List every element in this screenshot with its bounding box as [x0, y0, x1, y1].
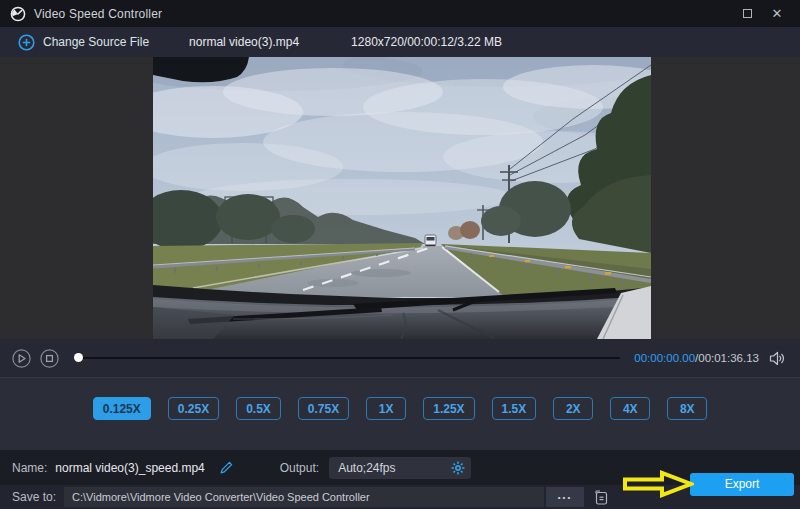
maximize-button[interactable]: [732, 2, 762, 26]
folder-icon: [592, 488, 610, 506]
output-settings-button[interactable]: [451, 461, 465, 475]
output-format-value: Auto;24fps: [338, 461, 451, 475]
stop-button[interactable]: [40, 349, 59, 368]
source-filename: normal video(3).mp4: [189, 35, 299, 49]
speed-button-025x[interactable]: 0.25X: [168, 397, 219, 420]
footer: Name: normal video(3)_speed.mp4 Output: …: [0, 450, 800, 509]
maximize-icon: [743, 9, 752, 18]
seek-knob[interactable]: [74, 353, 83, 362]
preview-area: [0, 57, 800, 339]
add-icon: [18, 34, 35, 51]
seek-track[interactable]: [76, 357, 620, 359]
speaker-icon: [771, 352, 778, 364]
open-folder-button[interactable]: [592, 488, 610, 506]
window-title: Video Speed Controller: [34, 7, 162, 21]
speed-button-2x[interactable]: 2X: [553, 397, 593, 420]
app-logo-icon: [10, 6, 26, 22]
output-label: Output:: [280, 461, 319, 475]
gear-icon: [452, 461, 465, 474]
output-format-field[interactable]: Auto;24fps: [329, 457, 471, 479]
browse-folder-button[interactable]: •••: [546, 487, 584, 507]
name-label: Name:: [12, 461, 47, 475]
close-button[interactable]: ✕: [762, 2, 792, 26]
speed-options-row: 0.125X 0.25X 0.5X 0.75X 1X 1.25X 1.5X 2X…: [0, 377, 800, 450]
video-frame: [153, 57, 651, 339]
title-bar: Video Speed Controller ✕: [0, 0, 800, 27]
speed-button-8x[interactable]: 8X: [667, 397, 707, 420]
volume-button[interactable]: [769, 351, 786, 366]
speed-button-125x[interactable]: 1.25X: [423, 397, 474, 420]
seek-slider[interactable]: [76, 353, 620, 363]
save-path-field[interactable]: C:\Vidmore\Vidmore Video Converter\Video…: [64, 487, 544, 507]
speed-button-1x[interactable]: 1X: [366, 397, 406, 420]
speed-button-0125x[interactable]: 0.125X: [93, 397, 151, 420]
distant-vehicle: [425, 235, 436, 246]
stop-icon: [47, 355, 53, 361]
total-time: /00:01:36.13: [695, 352, 759, 364]
pencil-icon: [221, 462, 231, 472]
export-area: Export: [622, 470, 794, 498]
output-name-value: normal video(3)_speed.mp4: [55, 461, 204, 475]
player-controls: 00:00:00.00/00:01:36.13: [0, 339, 800, 377]
play-button[interactable]: [12, 349, 31, 368]
speed-button-05x[interactable]: 0.5X: [236, 397, 281, 420]
source-bar: Change Source File normal video(3).mp4 1…: [0, 27, 800, 57]
video-speed-controller-window: Video Speed Controller ✕ Change Source F…: [0, 0, 800, 509]
change-source-button[interactable]: Change Source File: [18, 34, 149, 51]
speed-button-15x[interactable]: 1.5X: [492, 397, 537, 420]
speed-button-075x[interactable]: 0.75X: [298, 397, 349, 420]
change-source-label: Change Source File: [43, 35, 149, 49]
source-file-info: 1280x720/00:00:12/3.22 MB: [351, 35, 502, 49]
close-icon: ✕: [772, 7, 783, 20]
time-display: 00:00:00.00/00:01:36.13: [634, 352, 759, 364]
speed-button-4x[interactable]: 4X: [610, 397, 650, 420]
export-button[interactable]: Export: [690, 473, 794, 496]
save-to-label: Save to:: [12, 490, 56, 504]
annotation-arrow-icon: [622, 470, 694, 498]
edit-name-button[interactable]: [219, 460, 234, 475]
play-icon: [19, 354, 25, 361]
current-time: 00:00:00.00: [634, 352, 695, 364]
